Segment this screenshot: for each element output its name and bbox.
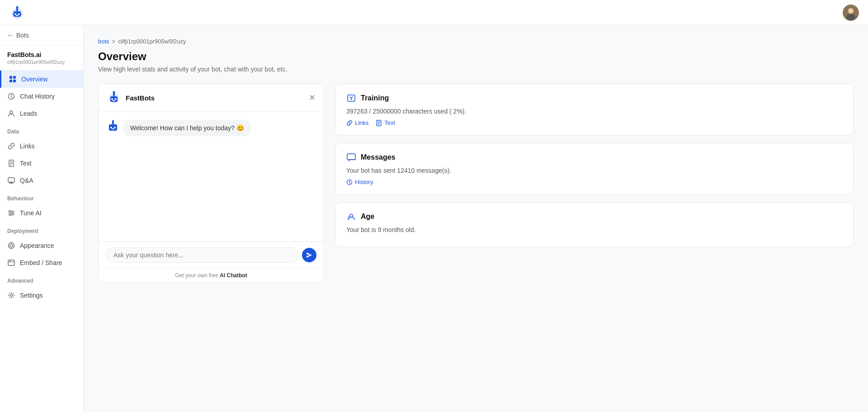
svg-point-43 <box>111 98 113 100</box>
chat-bot-logo <box>107 90 121 105</box>
svg-rect-37 <box>8 260 14 265</box>
messages-title-row: Messages <box>346 152 842 162</box>
tune-icon <box>7 209 15 217</box>
bot-avatar-icon <box>107 120 119 133</box>
bot-message-row: Welcome! How can I help you today? 😊 <box>107 120 316 136</box>
breadcrumb-bots[interactable]: bots <box>98 38 109 45</box>
svg-rect-12 <box>9 76 12 79</box>
chat-history-label: Chat History <box>20 93 55 100</box>
chat-header-left: FastBots <box>107 90 155 105</box>
age-icon <box>346 212 356 222</box>
svg-point-47 <box>113 91 115 94</box>
back-to-bots[interactable]: ← Bots <box>0 25 83 46</box>
sidebar-item-text[interactable]: Text <box>0 155 83 172</box>
page-subtitle: View high level stats and activity of yo… <box>98 66 854 73</box>
breadcrumb-current: cllfji1rp0001pr905w5f2uzy <box>118 38 186 45</box>
breadcrumb: bots > cllfji1rp0001pr905w5f2uzy <box>98 38 854 45</box>
chat-send-button[interactable] <box>302 248 316 262</box>
chat-bot-name: FastBots <box>126 94 155 102</box>
chat-messages: Welcome! How can I help you today? 😊 <box>99 112 324 242</box>
age-stat: Your bot is 9 months old. <box>346 226 842 233</box>
logo-icon <box>9 5 25 21</box>
link-icon-small <box>346 120 353 126</box>
svg-point-50 <box>114 127 116 128</box>
settings-label: Settings <box>20 292 43 299</box>
chat-close-button[interactable]: ✕ <box>309 93 316 103</box>
age-card: Age Your bot is 9 months old. <box>335 202 854 247</box>
training-card: Training 397263 / 25000000 characters us… <box>335 84 854 136</box>
chat-header: FastBots ✕ <box>99 84 324 112</box>
behaviour-section-label: Behaviour <box>0 189 83 204</box>
messages-history-link[interactable]: History <box>346 179 373 185</box>
send-icon <box>306 252 312 258</box>
content-grid: FastBots ✕ Welcome! Ho <box>98 84 854 283</box>
messages-icon <box>346 152 356 162</box>
sidebar-item-overview[interactable]: Overview <box>0 71 83 88</box>
qa-icon <box>7 176 15 185</box>
back-arrow-icon: ← <box>7 32 14 39</box>
svg-rect-45 <box>113 100 115 101</box>
text-file-icon <box>7 159 15 167</box>
sidebar-item-leads[interactable]: Leads <box>0 105 83 122</box>
svg-point-28 <box>9 210 11 212</box>
leads-icon <box>7 109 15 118</box>
chat-widget: FastBots ✕ Welcome! Ho <box>98 84 324 283</box>
training-links-link[interactable]: Links <box>346 119 368 126</box>
svg-point-6 <box>16 6 19 8</box>
chat-history-icon <box>7 92 15 100</box>
svg-point-40 <box>10 294 13 297</box>
sidebar-item-tune-ai[interactable]: Tune AI <box>0 204 83 222</box>
settings-icon <box>7 291 15 299</box>
svg-rect-15 <box>13 80 16 82</box>
grid-icon <box>9 75 17 83</box>
overview-label: Overview <box>21 76 47 83</box>
training-icon <box>346 93 356 103</box>
chat-footer-text: Get your own free <box>175 272 220 279</box>
age-title-row: Age <box>346 212 842 222</box>
svg-point-11 <box>846 14 855 20</box>
sidebar-item-links[interactable]: Links <box>0 137 83 155</box>
bot-id: cllfji1rp0001pr905w5f2uzy <box>7 59 76 65</box>
messages-title: Messages <box>361 153 396 161</box>
training-title: Training <box>361 94 389 102</box>
sidebar-item-embed-share[interactable]: Embed / Share <box>0 254 83 271</box>
svg-point-30 <box>9 214 11 216</box>
appearance-label: Appearance <box>20 242 54 249</box>
training-links: Links Text <box>346 119 842 126</box>
text-icon-small <box>376 120 382 126</box>
back-label: Bots <box>16 32 29 39</box>
tune-ai-label: Tune AI <box>20 209 42 217</box>
bot-welcome-message: Welcome! How can I help you today? 😊 <box>124 120 250 136</box>
age-title: Age <box>361 213 374 221</box>
messages-card: Messages Your bot has sent 12410 message… <box>335 143 854 195</box>
svg-point-29 <box>12 212 14 214</box>
svg-point-44 <box>115 98 117 100</box>
deployment-section-label: Deployment <box>0 222 83 237</box>
embed-icon <box>7 259 15 267</box>
data-section-label: Data <box>0 122 83 137</box>
sidebar-item-chat-history[interactable]: Chat History <box>0 88 83 105</box>
sidebar-item-qa[interactable]: Q&A <box>0 172 83 189</box>
appearance-icon <box>7 242 15 250</box>
sidebar-item-settings[interactable]: Settings <box>0 287 83 304</box>
messages-links: History <box>346 179 842 185</box>
training-text-link[interactable]: Text <box>376 119 395 126</box>
bot-info: FastBots.ai cllfji1rp0001pr905w5f2uzy <box>0 46 83 71</box>
user-avatar[interactable] <box>843 5 859 21</box>
chat-input-area <box>99 242 324 268</box>
svg-rect-4 <box>16 15 19 16</box>
svg-point-49 <box>110 127 112 128</box>
breadcrumb-separator: > <box>112 38 116 45</box>
cards-column: Training 397263 / 25000000 characters us… <box>335 84 854 283</box>
topbar <box>0 0 868 25</box>
main-layout: ← Bots FastBots.ai cllfji1rp0001pr905w5f… <box>0 25 868 412</box>
svg-point-10 <box>848 8 854 14</box>
svg-rect-13 <box>13 76 16 79</box>
main-content: bots > cllfji1rp0001pr905w5f2uzy Overvie… <box>84 25 868 412</box>
sidebar-item-appearance[interactable]: Appearance <box>0 237 83 254</box>
embed-share-label: Embed / Share <box>20 259 62 266</box>
chat-footer-link[interactable]: AI Chatbot <box>220 272 247 279</box>
svg-rect-60 <box>347 154 355 160</box>
page-title: Overview <box>98 50 854 63</box>
chat-input[interactable] <box>106 247 298 263</box>
